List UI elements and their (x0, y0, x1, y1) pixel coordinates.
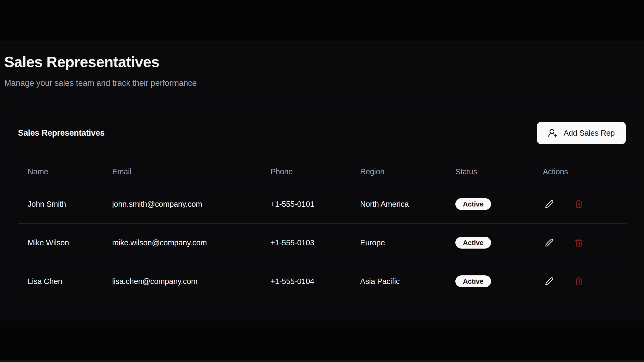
delete-button[interactable] (572, 236, 585, 249)
trash-icon (575, 200, 583, 208)
edit-button[interactable] (543, 236, 556, 249)
page-subtitle: Manage your sales team and track their p… (4, 77, 640, 89)
page-title: Sales Representatives (4, 53, 640, 71)
rep-status-cell: Active (446, 223, 533, 262)
table-row: John Smith john.smith@company.com +1-555… (18, 185, 627, 223)
rep-name: John Smith (18, 185, 103, 223)
edit-button[interactable] (543, 275, 556, 288)
rep-status-cell: Active (446, 262, 533, 301)
status-badge: Active (455, 237, 491, 249)
rep-email: lisa.chen@company.com (103, 262, 261, 301)
column-header-phone: Phone (261, 159, 350, 185)
pencil-icon (545, 238, 554, 247)
sales-reps-card: Sales Representatives Add Sales Rep (5, 109, 639, 314)
rep-phone: +1-555-0103 (261, 223, 350, 262)
rep-phone: +1-555-0101 (261, 185, 350, 223)
pencil-icon (545, 200, 554, 208)
rep-actions-cell (533, 262, 627, 301)
column-header-actions: Actions (533, 159, 627, 185)
rep-region: Europe (350, 223, 446, 262)
status-badge: Active (455, 275, 491, 287)
card-title: Sales Representatives (18, 128, 105, 138)
rep-email: mike.wilson@company.com (103, 223, 261, 262)
add-sales-rep-label: Add Sales Rep (564, 129, 615, 138)
add-sales-rep-button[interactable]: Add Sales Rep (537, 122, 626, 144)
rep-email: john.smith@company.com (103, 185, 261, 223)
edit-button[interactable] (543, 198, 556, 210)
card-header: Sales Representatives Add Sales Rep (5, 109, 639, 144)
main-content: Sales Representatives Manage your sales … (0, 41, 644, 321)
delete-button[interactable] (572, 275, 585, 288)
rep-region: Asia Pacific (350, 262, 446, 301)
rep-name: Lisa Chen (18, 262, 103, 301)
card-body: Name Email Phone Region Status Actions J… (5, 159, 639, 301)
status-badge: Active (455, 198, 491, 210)
column-header-email: Email (103, 159, 261, 185)
pencil-icon (545, 277, 554, 286)
column-header-status: Status (446, 159, 533, 185)
table-row: Lisa Chen lisa.chen@company.com +1-555-0… (18, 262, 627, 301)
column-header-name: Name (18, 159, 103, 185)
rep-actions-cell (533, 223, 627, 262)
rep-region: North America (350, 185, 446, 223)
page-header: Sales Representatives Manage your sales … (0, 41, 644, 89)
rep-actions-cell (533, 185, 627, 223)
trash-icon (575, 238, 583, 247)
sales-reps-table: Name Email Phone Region Status Actions J… (18, 159, 627, 301)
rep-phone: +1-555-0104 (261, 262, 350, 301)
rep-name: Mike Wilson (18, 223, 103, 262)
user-plus-icon (548, 128, 558, 138)
trash-icon (575, 277, 583, 286)
rep-status-cell: Active (446, 185, 533, 223)
table-header-row: Name Email Phone Region Status Actions (18, 159, 627, 185)
app-screen: Sales Representatives Manage your sales … (0, 0, 644, 362)
table-row: Mike Wilson mike.wilson@company.com +1-5… (18, 223, 627, 262)
bottom-edge-strip (0, 360, 644, 362)
column-header-region: Region (350, 159, 446, 185)
delete-button[interactable] (572, 198, 585, 210)
